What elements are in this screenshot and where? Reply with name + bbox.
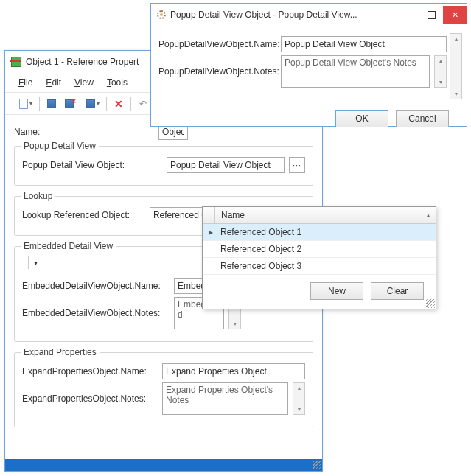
resize-grip[interactable] bbox=[426, 299, 435, 308]
sort-asc-icon: ▲ bbox=[425, 212, 436, 219]
separator bbox=[39, 97, 40, 111]
expand-name-input[interactable] bbox=[162, 363, 305, 379]
expand-group: Expand Properties ExpandPropertiesObject… bbox=[14, 352, 313, 427]
expand-notes-label: ExpandPropertiesObject.Notes: bbox=[22, 393, 158, 404]
menu-view[interactable]: View bbox=[69, 76, 100, 89]
expand-name-label: ExpandPropertiesObject.Name: bbox=[22, 366, 158, 377]
status-bar bbox=[5, 459, 322, 471]
save-options-button[interactable] bbox=[80, 97, 102, 111]
dialog-title: Popup Detail View Object - Popup Detail … bbox=[170, 10, 391, 20]
chevron-down-icon[interactable]: ▾ bbox=[34, 259, 38, 267]
save-close-icon bbox=[65, 99, 74, 108]
lookup-label: Lookup Referenced Object: bbox=[22, 210, 145, 220]
group-legend: Expand Properties bbox=[21, 347, 100, 357]
save-icon bbox=[47, 99, 56, 108]
popup-notes-label: PopupDetailViewObject.Notes: bbox=[158, 66, 276, 77]
group-legend: Embedded Detail View bbox=[21, 241, 116, 251]
popup-name-input[interactable] bbox=[281, 36, 447, 52]
dropdown-item-label: Referenced Object 1 bbox=[214, 224, 436, 240]
app-icon bbox=[11, 57, 21, 67]
dropdown-item[interactable]: ▸ Referenced Object 1 bbox=[203, 224, 436, 241]
delete-button[interactable]: ✕ bbox=[111, 97, 126, 111]
menu-file[interactable]: File bbox=[13, 76, 38, 89]
name-column-header[interactable]: Name bbox=[215, 207, 425, 223]
lookup-dropdown-panel: Name ▲ ▸ Referenced Object 1 Referenced … bbox=[202, 206, 436, 309]
delete-icon: ✕ bbox=[114, 98, 123, 110]
menu-edit[interactable]: Edit bbox=[40, 76, 67, 89]
undo-icon: ↶ bbox=[139, 99, 147, 109]
new-button[interactable]: New bbox=[310, 282, 363, 300]
dropdown-item[interactable]: Referenced Object 2 bbox=[203, 241, 436, 258]
save-button[interactable] bbox=[44, 97, 59, 111]
row-indicator-icon: ▸ bbox=[203, 224, 214, 240]
group-legend: Lookup bbox=[21, 191, 55, 201]
maximize-button[interactable] bbox=[419, 6, 443, 24]
popup-detail-group: Popup Detail View Popup Detail View Obje… bbox=[14, 146, 313, 186]
group-legend: Popup Detail View bbox=[21, 141, 99, 151]
undo-button[interactable]: ↶ bbox=[136, 97, 150, 111]
save-icon bbox=[86, 99, 95, 108]
embedded-name-label: EmbeddedDetailViewObject.Name: bbox=[22, 281, 170, 291]
expand-notes-input[interactable]: Expand Properties Object's Notes bbox=[162, 382, 288, 415]
dropdown-header: Name ▲ bbox=[203, 207, 436, 224]
clear-button[interactable]: Clear bbox=[371, 282, 424, 300]
dropdown-item[interactable]: Referenced Object 3 bbox=[203, 258, 436, 275]
popup-object-input[interactable] bbox=[167, 157, 285, 173]
close-button[interactable] bbox=[443, 6, 467, 24]
dropdown-item-label: Referenced Object 2 bbox=[214, 241, 436, 257]
menu-tools[interactable]: Tools bbox=[101, 76, 133, 89]
gear-icon bbox=[157, 10, 166, 19]
ellipsis-button[interactable]: ··· bbox=[289, 157, 305, 173]
cancel-button[interactable]: Cancel bbox=[396, 110, 449, 127]
minimize-button[interactable] bbox=[396, 6, 419, 24]
dropdown-item-label: Referenced Object 3 bbox=[214, 258, 436, 274]
separator bbox=[130, 97, 131, 111]
resize-grip[interactable] bbox=[313, 461, 321, 470]
dialog-titlebar[interactable]: Popup Detail View Object - Popup Detail … bbox=[151, 4, 467, 26]
scrollbar[interactable]: ▴▾ bbox=[434, 55, 447, 88]
popup-notes-input[interactable]: Popup Detail View Object's Notes bbox=[281, 55, 430, 88]
popup-object-label: Popup Detail View Object: bbox=[22, 160, 162, 170]
popup-dialog: Popup Detail View Object - Popup Detail … bbox=[150, 3, 467, 127]
scrollbar[interactable]: ▴▾ bbox=[450, 33, 462, 99]
separator bbox=[28, 256, 29, 269]
ok-button[interactable]: OK bbox=[335, 110, 388, 127]
separator bbox=[106, 97, 107, 111]
scrollbar[interactable]: ▴▾ bbox=[293, 382, 305, 415]
new-button[interactable] bbox=[13, 97, 35, 111]
embedded-notes-label: EmbeddedDetailViewObject.Notes: bbox=[22, 308, 170, 318]
name-label: Name: bbox=[14, 127, 154, 137]
save-close-button[interactable] bbox=[62, 97, 77, 111]
row-indicator-header bbox=[203, 207, 215, 223]
new-icon bbox=[19, 99, 28, 109]
popup-name-label: PopupDetailViewObject.Name: bbox=[158, 39, 276, 49]
